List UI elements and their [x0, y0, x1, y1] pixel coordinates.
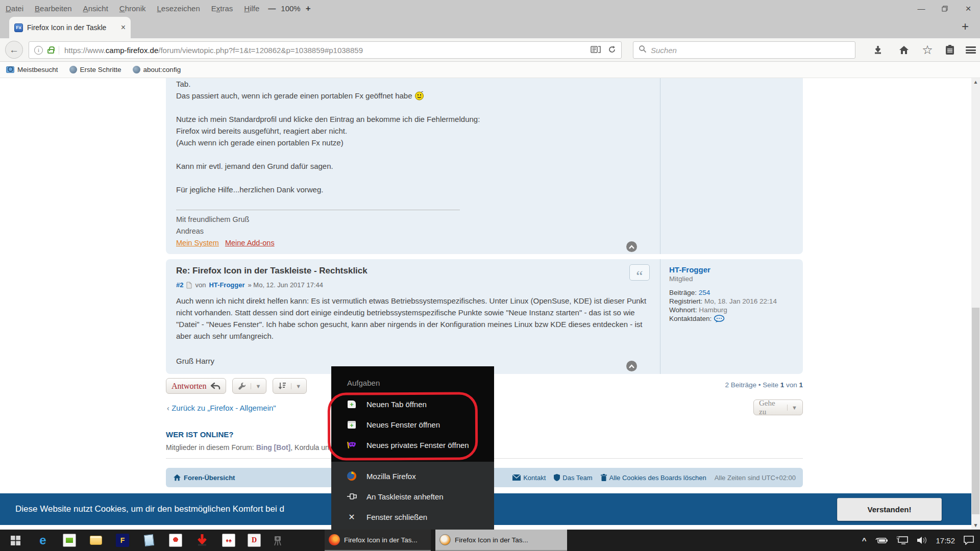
jumplist-mozilla-firefox[interactable]: Mozilla Firefox: [331, 466, 494, 486]
page-info-icon[interactable]: i: [34, 46, 43, 55]
das-team-link[interactable]: Das Team: [554, 474, 592, 482]
edge-icon[interactable]: e: [31, 530, 55, 551]
action-center-icon[interactable]: [964, 536, 974, 545]
pinned-app-icon-7[interactable]: D: [243, 530, 265, 551]
window-close-icon[interactable]: ×: [957, 0, 980, 17]
post-panel-1: Tab. Das passiert auch, wenn ich gerade …: [166, 78, 803, 254]
menu-lesezeichen[interactable]: Lesezeichen: [152, 4, 206, 13]
post2-date: » Mo, 12. Jun 2017 17:44: [248, 281, 323, 289]
red-highlight-annotation: [328, 392, 478, 461]
window-restore-icon[interactable]: [933, 0, 957, 17]
pinned-app-icon-6[interactable]: ♦♠: [216, 530, 241, 551]
dropdown-arrow-icon: ▼: [291, 383, 301, 389]
jumplist-pin-to-taskbar[interactable]: An Taskleiste anheften: [331, 486, 494, 507]
new-tab-button[interactable]: +: [958, 19, 973, 34]
contact-pm-icon[interactable]: [714, 315, 725, 323]
menu-datei[interactable]: Datei: [0, 4, 29, 13]
battery-icon[interactable]: [875, 537, 888, 544]
start-button[interactable]: [0, 530, 31, 551]
file-explorer-icon[interactable]: [84, 530, 108, 551]
windows-logo-icon: [11, 536, 20, 545]
post2-profile-divider: [660, 259, 660, 374]
bookmarks-bar: Meistbesucht Erste Schritte about:config: [0, 62, 980, 78]
mein-system-link[interactable]: Mein System: [176, 239, 219, 247]
search-placeholder: Suchen: [651, 46, 677, 55]
navigation-toolbar: ← i https://www.camp-firefox.de/forum/vi…: [0, 38, 980, 62]
back-to-top-button[interactable]: [626, 361, 637, 371]
tray-clock[interactable]: 17:52: [936, 536, 955, 545]
menu-extras[interactable]: Extras: [206, 4, 239, 13]
url-text[interactable]: https://www.camp-firefox.de/forum/viewto…: [59, 46, 363, 55]
sort-icon: [278, 382, 287, 390]
quote-button[interactable]: “: [629, 264, 650, 281]
scrollbar-thumb[interactable]: [972, 308, 979, 514]
scroll-down-arrow[interactable]: ▼: [971, 521, 980, 530]
url-bar[interactable]: i https://www.camp-firefox.de/forum/view…: [29, 41, 622, 59]
tab-firefox-icon[interactable]: Fx Firefox Icon in der Taskle ×: [9, 17, 131, 38]
dropdown-arrow-icon: ▼: [787, 405, 797, 411]
bookmark-about-config[interactable]: about:config: [133, 66, 181, 73]
menu-ansicht[interactable]: Ansicht: [78, 4, 114, 13]
board-index-link[interactable]: Foren-Übersicht: [173, 474, 235, 482]
back-to-top-button[interactable]: [626, 241, 637, 252]
bookmark-erste-schritte[interactable]: Erste Schritte: [69, 66, 121, 73]
meine-addons-link[interactable]: Meine Add-ons: [225, 239, 275, 247]
page-scrollbar[interactable]: ▲ ▼: [971, 78, 980, 530]
windows-taskbar: e F ♦♠ D Firefox Icon in der Tas... Fire…: [0, 530, 980, 551]
system-tray: ^ 17:52: [862, 530, 980, 551]
network-icon[interactable]: [897, 536, 908, 544]
reload-icon[interactable]: [608, 45, 616, 55]
globe-icon: [69, 66, 77, 73]
pinned-app-icon-8[interactable]: [266, 530, 289, 551]
scroll-up-arrow[interactable]: ▲: [971, 78, 980, 86]
reply-button[interactable]: Antworten: [166, 378, 226, 394]
zoom-out-icon[interactable]: —: [268, 4, 276, 13]
post-panel-2: Re: Firefox Icon in der Taskleiste - Rec…: [166, 259, 803, 374]
bookmark-star-icon[interactable]: ☆: [920, 43, 935, 57]
reader-mode-icon[interactable]: [591, 46, 601, 55]
posts-count-link[interactable]: 254: [699, 289, 710, 296]
kontakt-link[interactable]: Kontakt: [512, 474, 546, 482]
topic-tools-button[interactable]: ▼: [232, 378, 266, 394]
bookmark-meistbesucht[interactable]: Meistbesucht: [6, 66, 58, 73]
pinned-app-icon-4[interactable]: [163, 530, 188, 551]
bing-bot-link[interactable]: Bing [Bot]: [256, 443, 291, 452]
library-icon[interactable]: [943, 43, 957, 57]
ssl-lock-icon: [47, 49, 54, 54]
hamburger-menu-icon[interactable]: [964, 43, 978, 57]
pagination: 2 Beiträge • Seite 1 von 1: [599, 381, 803, 389]
zoom-in-icon[interactable]: +: [306, 4, 311, 14]
window-menubar: Datei Bearbeiten Ansicht Chronik Lesezei…: [0, 0, 980, 17]
sort-button[interactable]: ▼: [273, 378, 307, 394]
search-bar[interactable]: Suchen: [633, 41, 855, 59]
delete-cookies-link[interactable]: Alle Cookies des Boards löschen: [601, 474, 706, 482]
menu-bearbeiten[interactable]: Bearbeiten: [29, 4, 78, 13]
wrench-icon: [238, 382, 247, 390]
smiley-icon: [414, 91, 424, 101]
back-button[interactable]: ←: [5, 41, 23, 59]
pinned-app-icon-2[interactable]: F: [110, 530, 135, 551]
firefox-icon: [347, 471, 357, 481]
tray-chevron-icon[interactable]: ^: [862, 536, 867, 545]
post2-closing: Gruß Harry: [176, 355, 214, 367]
jumplist-close-window[interactable]: ✕ Fenster schließen: [331, 507, 494, 527]
home-icon[interactable]: [897, 43, 911, 57]
pinned-app-icon-5[interactable]: [190, 530, 214, 551]
volume-icon[interactable]: [917, 536, 927, 544]
tab-close-icon[interactable]: ×: [121, 23, 126, 32]
author-link[interactable]: HT-Frogger: [209, 281, 244, 289]
back-to-forum-link[interactable]: Zurück zu „Firefox - Allgemein": [172, 404, 276, 412]
taskbar-firefox-window-1[interactable]: Firefox Icon in der Tas...: [325, 530, 431, 551]
profile-username[interactable]: HT-Frogger: [669, 265, 797, 274]
pinned-app-icon-1[interactable]: [57, 530, 82, 551]
downloads-icon[interactable]: [871, 43, 885, 57]
window-minimize-icon[interactable]: —: [910, 0, 933, 17]
goto-button[interactable]: Gehe zu ▼: [753, 399, 803, 415]
menu-hilfe[interactable]: Hilfe: [238, 4, 265, 13]
cookie-accept-button[interactable]: Verstanden!: [837, 498, 942, 521]
trash-icon: [601, 474, 607, 481]
pinned-app-icon-3[interactable]: [137, 530, 161, 551]
menu-chronik[interactable]: Chronik: [114, 4, 152, 13]
taskbar-firefox-window-2-active[interactable]: Firefox Icon in der Tas...: [435, 530, 567, 551]
post-number-link[interactable]: #2: [176, 281, 183, 289]
